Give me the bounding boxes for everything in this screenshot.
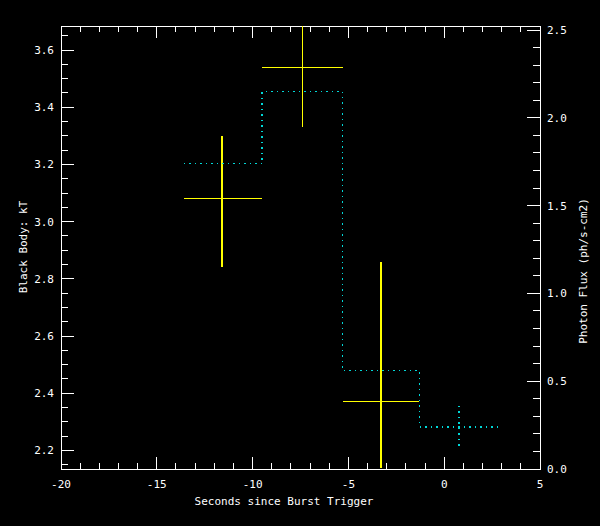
y-left-tick-label: 3.6 [34, 44, 54, 57]
plot-window: -20-15-10-5053.63.43.23.02.82.62.42.22.5… [0, 0, 600, 526]
y-left-tick-label: 3.2 [34, 158, 54, 171]
y-right-tick-label: 1.0 [547, 287, 567, 300]
y-right-tick-label: 2.0 [547, 112, 567, 125]
y-left-tick-label: 2.2 [34, 444, 54, 457]
x-tick-label: 5 [537, 478, 544, 491]
y-left-tick-label: 2.8 [34, 273, 54, 286]
y-right-tick-label: 0.5 [547, 375, 567, 388]
x-tick-label: -15 [147, 478, 167, 491]
y-right-tick-label: 0.0 [547, 463, 567, 476]
y-left-tick-label: 2.6 [34, 330, 54, 343]
x-axis-title: Seconds since Burst Trigger [195, 495, 374, 508]
x-tick-label: -5 [342, 478, 355, 491]
y-left-axis-title: Black Body: kT [17, 200, 30, 293]
y-right-axis-title: Photon Flux (ph/s-cm2) [577, 198, 590, 344]
x-tick-label: -10 [243, 478, 263, 491]
x-tick-label: -20 [51, 478, 71, 491]
chart-layer: -20-15-10-5053.63.43.23.02.82.62.42.22.5… [34, 24, 567, 491]
plot-canvas: -20-15-10-5053.63.43.23.02.82.62.42.22.5… [0, 0, 600, 526]
x-tick-label: 0 [441, 478, 448, 491]
y-right-tick-label: 1.5 [547, 200, 567, 213]
plot-frame [61, 26, 540, 469]
y-left-tick-label: 3.4 [34, 101, 54, 114]
y-right-tick-label: 2.5 [547, 24, 567, 37]
y-left-tick-label: 3.0 [34, 216, 54, 229]
y-left-tick-label: 2.4 [34, 387, 54, 400]
flux-step-line [184, 92, 500, 427]
